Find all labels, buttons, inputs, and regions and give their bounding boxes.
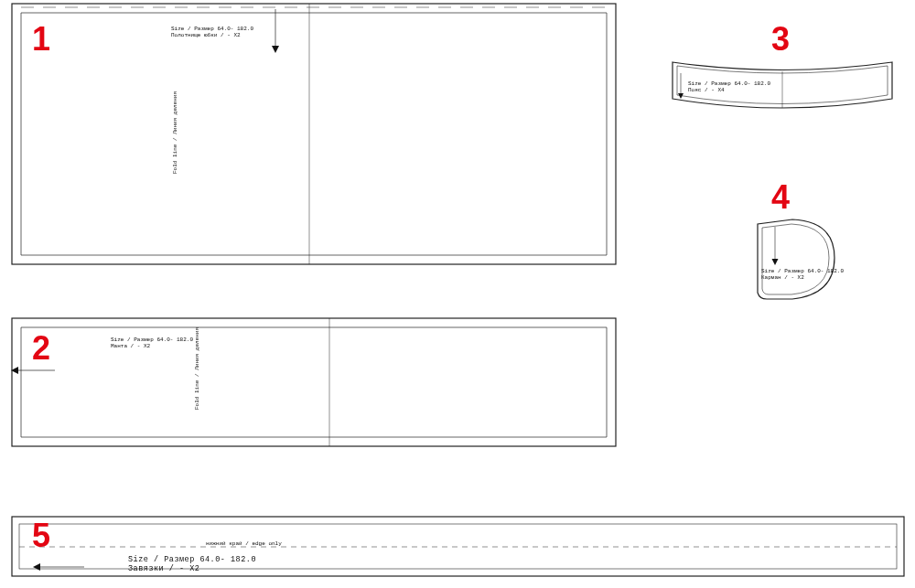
piece5-name-text: Завязки / - X2	[128, 564, 199, 573]
piece1-name-text: Полотнище юбки / - X2	[171, 32, 241, 38]
pattern-piece-1: Size / Размер 64.0- 182.0 Полотнище юбки…	[12, 4, 616, 264]
piece-number-4: 4	[771, 178, 790, 216]
piece1-fold-text: Fold line / Линия деления	[172, 91, 178, 174]
piece5-center-text: нижний край / edge only	[206, 540, 282, 547]
pattern-piece-5: нижний край / edge only Size / Размер 64…	[12, 517, 904, 576]
pattern-piece-2: Size / Размер 64.0- 182.0 Манта / - X2 F…	[11, 318, 616, 446]
piece4-name-text: Карман / - X2	[761, 274, 804, 281]
piece-number-1: 1	[32, 20, 50, 58]
piece2-fold-text: Fold line / Линия деления	[194, 327, 200, 410]
piece-number-5: 5	[32, 517, 50, 554]
piece-number-3: 3	[771, 20, 790, 58]
pattern-piece-4: Size / Размер 64.0- 182.0 Карман / - X2	[758, 219, 844, 299]
piece2-name-text: Манта / - X2	[111, 343, 151, 349]
piece2-size-text: Size / Размер 64.0- 182.0	[111, 337, 193, 343]
piece3-size-text: Size / Размер 64.0- 182.0	[688, 80, 770, 87]
svg-rect-4	[12, 318, 616, 446]
piece-number-2: 2	[32, 329, 50, 367]
piece3-name-text: Пояс / - X4	[688, 87, 725, 93]
piece4-size-text: Size / Размер 64.0- 182.0	[761, 268, 844, 274]
svg-rect-0	[12, 4, 616, 264]
piece1-size-text: Size / Размер 64.0- 182.0	[171, 26, 253, 32]
piece5-size-text: Size / Размер 64.0- 182.0	[128, 555, 256, 564]
pattern-piece-3: Size / Размер 64.0- 182.0 Пояс / - X4	[673, 62, 892, 108]
